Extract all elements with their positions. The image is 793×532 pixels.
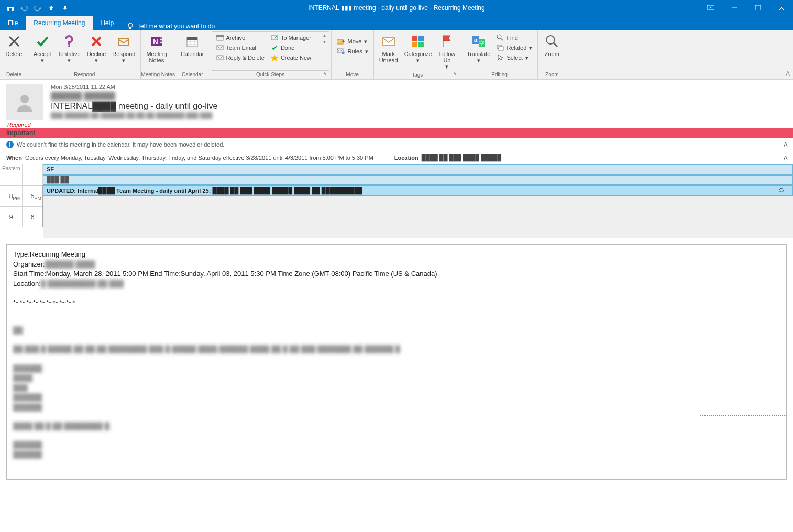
decline-icon [89,33,104,50]
tags-launcher[interactable]: ⬊ [453,71,459,77]
to-manager-icon [271,34,278,41]
svg-rect-21 [187,37,197,40]
svg-rect-34 [383,38,394,46]
quickstep-create-new[interactable]: Create New [268,53,322,62]
categorize-button[interactable]: Categorize▾ [401,31,435,65]
collapse-ribbon-icon[interactable]: ᐱ [786,70,790,77]
svg-rect-19 [160,43,162,46]
accept-button[interactable]: Accept▾ [30,31,54,65]
location-text: ████ ██ ███ ████ █████ [422,154,502,161]
svg-point-33 [342,51,345,54]
info-text: We couldn't find this meeting in the cal… [17,141,224,148]
quickstep-to-manager[interactable]: To Manager [268,33,322,42]
quicksteps-more[interactable]: ⎯ [323,47,327,51]
window-controls [699,0,793,15]
svg-rect-46 [499,47,503,50]
message-body[interactable]: Type:Recurring Meeting Organizer:██████ … [6,244,787,480]
svg-rect-1 [7,5,14,7]
follow-up-button[interactable]: Follow Up▾ [435,31,459,71]
mark-unread-button[interactable]: Mark Unread [376,31,401,65]
calendar-event[interactable]: ███ ██ [43,175,793,185]
quicksteps-scroll-down[interactable]: ▼ [323,40,327,45]
ribbon: Delete Delete Accept▾ Tentative▾ Decline… [0,30,793,80]
svg-rect-18 [160,40,162,42]
delete-button[interactable]: Delete [2,31,26,59]
close-button[interactable] [769,0,793,15]
quickstep-archive[interactable]: Archive [213,33,268,42]
quick-access-toolbar: ⎯ [0,2,85,14]
calendar-empty-slot[interactable] [43,196,793,217]
group-title-calendar: Calendar [175,71,210,79]
maximize-button[interactable] [746,0,769,15]
rules-button[interactable]: Rules ▾ [334,47,371,56]
respond-button[interactable]: Respond▾ [109,31,138,65]
collapse-info-icon[interactable]: ᐱ [784,141,788,148]
svg-rect-27 [216,35,224,37]
calendar-event[interactable]: SF [43,164,793,175]
zoom-icon [545,33,559,50]
select-button[interactable]: Select ▾ [493,53,535,62]
zoom-button[interactable]: Zoom [540,31,564,59]
translate-button[interactable]: a字 Translate▾ [464,31,493,65]
reply-delete-icon [216,54,224,61]
tab-recurring-meeting[interactable]: Recurring Meeting [26,16,93,30]
flag-icon [440,33,453,50]
quicksteps-launcher[interactable]: ⬊ [323,71,329,77]
ribbon-options-icon[interactable] [699,0,722,15]
tell-me-label: Tell me what you want to do [137,23,215,30]
quickstep-reply-delete[interactable]: Reply & Delete [213,53,268,62]
location-label: Location [394,154,418,161]
meeting-notes-button[interactable]: N Meeting Notes [143,31,170,65]
save-icon[interactable] [4,2,17,14]
collapse-when-icon[interactable]: ᐱ [784,154,788,161]
when-bar: WhenOccurs every Monday, Tuesday, Wednes… [0,151,793,164]
related-button[interactable]: Related ▾ [493,43,535,52]
when-label: When [6,154,22,161]
minimize-button[interactable] [722,0,746,15]
undo-icon[interactable] [18,2,30,14]
svg-rect-37 [412,42,417,47]
calendar-button[interactable]: Calendar [178,31,207,59]
important-bar: Important [0,128,793,138]
svg-rect-14 [118,38,129,46]
mark-unread-icon [381,33,396,50]
quickstep-team-email[interactable]: Team Email [213,43,268,52]
calendar-empty-slot[interactable] [43,217,793,238]
calendar-preview: Eastern 8PM 5PM 9 6 SF ███ ██ UPDATED: I… [0,164,793,238]
svg-rect-35 [412,36,417,41]
up-arrow-icon[interactable] [45,2,58,14]
info-icon: i [6,141,14,148]
move-icon [337,38,345,45]
svg-text:i: i [9,141,10,148]
redo-icon[interactable] [31,2,44,14]
archive-icon [216,34,224,41]
when-text: Occurs every Monday, Tuesday, Wednesday,… [25,154,373,161]
ribbon-group-respond: Accept▾ Tentative▾ Decline▾ Respond▾ Res… [28,30,141,79]
quickstep-done[interactable]: Done [268,43,322,52]
svg-point-43 [497,35,501,39]
ribbon-group-meeting-notes: N Meeting Notes Meeting Notes [141,30,175,79]
quicksteps-scroll-up[interactable]: ▲ [323,33,327,38]
avatar [6,84,43,120]
qat-customize-icon[interactable]: ⎯ [72,2,85,14]
tell-me-search[interactable]: Tell me what you want to do [122,23,220,30]
resize-handle[interactable] [700,415,787,416]
find-button[interactable]: Find [493,33,535,42]
tentative-button[interactable]: Tentative▾ [54,31,84,65]
calendar-event-current[interactable]: UPDATED: Internal████ Team Meeting - dai… [43,185,793,196]
create-new-icon [271,54,278,61]
tab-file[interactable]: File [0,16,26,30]
window-title: INTERNAL ▮▮▮ meeting - daily until go-li… [308,4,484,12]
ribbon-group-tags: Mark Unread Categorize▾ Follow Up▾ Tags … [374,30,461,79]
decline-button[interactable]: Decline▾ [84,31,109,65]
tab-help[interactable]: Help [93,16,122,30]
calendar-icon [185,33,200,50]
ribbon-group-zoom: Zoom Zoom [538,30,566,79]
move-button[interactable]: Move ▾ [334,37,371,46]
required-label: Required [0,121,793,128]
ribbon-group-quick-steps: Archive Team Email Reply & Delete To Man… [210,30,332,79]
svg-point-8 [128,23,133,27]
svg-rect-3 [707,5,714,9]
group-title-move: Move [332,71,373,79]
down-arrow-icon[interactable] [59,2,71,14]
